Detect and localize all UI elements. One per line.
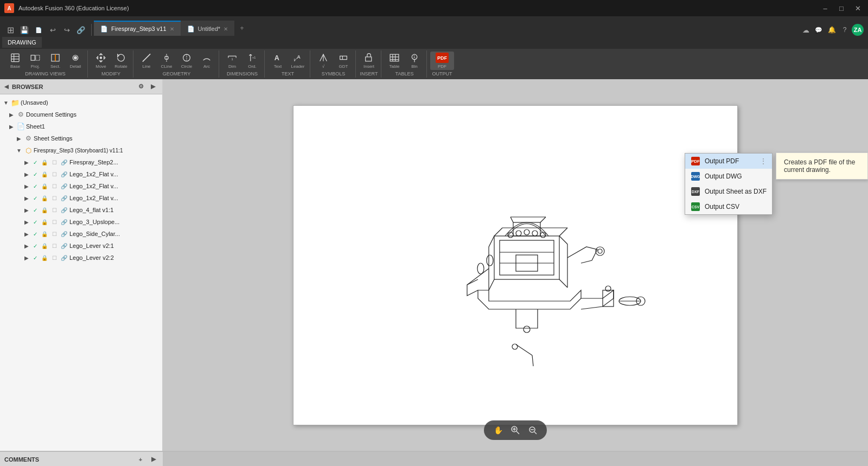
help-button[interactable]: ? xyxy=(839,24,851,36)
tree-item-sheet-settings[interactable]: ▶ ⚙ Sheet Settings xyxy=(0,132,162,144)
center-line-button[interactable]: CLine xyxy=(157,52,176,70)
checkbox-firespray-step2[interactable]: ✓ xyxy=(31,159,39,165)
expand-firespray[interactable]: ▼ xyxy=(15,146,23,154)
app-icon: A xyxy=(4,3,14,13)
redo-button[interactable]: ↪ xyxy=(61,24,73,36)
checkbox-lego-flat2[interactable]: ✓ xyxy=(31,183,39,189)
apps-button[interactable]: ⊞ xyxy=(4,24,16,36)
tab-untitled-close[interactable]: ✕ xyxy=(224,26,228,32)
checkbox-lego-flat3[interactable]: ✓ xyxy=(31,195,39,201)
tree-item-firespray-step2[interactable]: ▶ ✓ 🔒 ☐ 🔗 Firespray_Step2... xyxy=(0,156,162,168)
output-pdf-more[interactable]: ⋮ xyxy=(760,157,767,165)
tree-item-lego-lever1[interactable]: ▶ ✓ 🔒 ☐ 🔗 Lego_Lever v2:1 xyxy=(0,240,162,252)
checkbox-lego-3upslope[interactable]: ✓ xyxy=(31,219,39,225)
maximize-button[interactable]: □ xyxy=(835,2,847,14)
tree-item-lego-flat2[interactable]: ▶ ✓ 🔒 ☐ 🔗 Lego_1x2_Flat v... xyxy=(0,180,162,192)
checkbox-lego-flat1[interactable]: ✓ xyxy=(31,171,39,177)
expand-sheet-settings[interactable]: ▶ xyxy=(15,135,23,142)
close-button[interactable]: ✕ xyxy=(852,2,864,14)
gdt-button[interactable]: GDT xyxy=(334,52,353,70)
new-tab-button[interactable]: + xyxy=(234,21,250,36)
share-button[interactable]: 🔗 xyxy=(75,24,87,36)
pan-tool-button[interactable]: ✋ xyxy=(490,423,506,438)
expand-lego-sidecylar[interactable]: ▶ xyxy=(23,230,30,238)
tree-item-lego-sidecylar[interactable]: ▶ ✓ 🔒 ☐ 🔗 Lego_Side_Cylar... xyxy=(0,228,162,240)
detail-view-button[interactable]: Detail xyxy=(66,52,85,70)
user-button[interactable]: ZA xyxy=(852,24,864,36)
tab-untitled[interactable]: 📄 Untitled* ✕ xyxy=(181,21,235,36)
comments-expand-button[interactable]: ▶ xyxy=(149,455,158,464)
tab-drawing[interactable]: 📄 Firespray_Step3 v11 ✕ xyxy=(94,21,181,36)
tree-item-lego-4flat[interactable]: ▶ ✓ 🔒 ☐ 🔗 Lego_4_flat v1:1 xyxy=(0,204,162,216)
tooltip-text: Creates a PDF file of the current drawin… xyxy=(784,158,855,174)
expand-lego-lever1[interactable]: ▶ xyxy=(23,242,30,250)
expand-lego-lever2[interactable]: ▶ xyxy=(23,254,30,261)
projected-view-button[interactable]: Proj. xyxy=(25,52,45,70)
insert-button[interactable]: Insert xyxy=(359,52,379,70)
checkbox-lego-sidecylar[interactable]: ✓ xyxy=(31,231,39,237)
sheet-icon-sheet1: 📄 xyxy=(16,122,25,131)
tree-item-lego-3upslope[interactable]: ▶ ✓ 🔒 ☐ 🔗 Lego_3_Upslope... xyxy=(0,216,162,228)
tree-item-lego-lever2[interactable]: ▶ ✓ 🔒 ☐ 🔗 Lego_Lever v2:2 xyxy=(0,252,162,264)
tab-drawing-close[interactable]: ✕ xyxy=(170,26,174,32)
table-button[interactable]: Table xyxy=(385,52,404,70)
tree-label-lego-3upslope: Lego_3_Upslope... xyxy=(69,219,160,225)
base-view-button[interactable]: Base xyxy=(5,52,25,70)
output-dxf-item[interactable]: DXF Output Sheet as DXF xyxy=(685,184,772,199)
arc-button[interactable]: Arc xyxy=(197,52,216,70)
expand-unsaved[interactable]: ▼ xyxy=(2,99,10,106)
expand-lego-flat1[interactable]: ▶ xyxy=(23,170,30,178)
balloon-button[interactable]: 1 Bln xyxy=(405,52,424,70)
expand-lego-3upslope[interactable]: ▶ xyxy=(23,218,30,226)
checkbox-lego-lever1[interactable]: ✓ xyxy=(31,243,39,249)
save-copy-button[interactable]: 📄 xyxy=(33,24,44,36)
expand-doc-settings[interactable]: ▶ xyxy=(8,111,15,118)
help-job-button[interactable]: 💬 xyxy=(813,24,825,36)
expand-lego-flat2[interactable]: ▶ xyxy=(23,182,30,190)
ordinate-button[interactable]: +1 Ord. xyxy=(242,52,262,70)
move-button[interactable]: Move xyxy=(91,52,111,70)
tree-item-sheet1[interactable]: ▶ 📄 Sheet1 xyxy=(0,120,162,132)
zoom-fit-button[interactable] xyxy=(508,423,523,438)
output-pdf-item[interactable]: PDF Output PDF ⋮ xyxy=(685,154,772,169)
circle-button[interactable]: Circle xyxy=(177,52,196,70)
browser-expand-icon[interactable]: ▶ xyxy=(148,82,158,92)
canvas-area[interactable]: ✋ PDF xyxy=(163,79,868,451)
svg-point-48 xyxy=(532,231,538,236)
rotate-button[interactable]: Rotate xyxy=(111,52,131,70)
svg-rect-5 xyxy=(36,55,40,61)
expand-sheet1[interactable]: ▶ xyxy=(8,123,15,130)
checkbox-lego-lever2[interactable]: ✓ xyxy=(31,255,39,261)
svg-text:A: A xyxy=(275,54,279,62)
dimension-button[interactable]: 1 Dim xyxy=(222,52,242,70)
line-button[interactable]: Line xyxy=(137,52,156,70)
svg-rect-26 xyxy=(340,56,347,59)
save-button[interactable]: 💾 xyxy=(18,24,30,36)
tree-item-firespray[interactable]: ▼ ⬡ Firespray_Step3 (Storyboard1) v11:1 xyxy=(0,144,162,156)
checkbox-lego-4flat[interactable]: ✓ xyxy=(31,207,39,213)
undo-button[interactable]: ↩ xyxy=(47,24,59,36)
output-pdf-button[interactable]: PDF PDF xyxy=(430,52,454,70)
online-button[interactable]: ☁ xyxy=(800,24,812,36)
output-csv-item[interactable]: CSV Output CSV xyxy=(685,199,772,214)
svg-point-55 xyxy=(598,249,602,253)
minimize-button[interactable]: – xyxy=(819,2,831,14)
section-view-button[interactable]: Sect. xyxy=(46,52,65,70)
expand-lego-flat3[interactable]: ▶ xyxy=(23,194,30,202)
comments-add-button[interactable]: + xyxy=(136,455,145,464)
tree-item-doc-settings[interactable]: ▶ ⚙ Document Settings xyxy=(0,108,162,120)
browser-collapse-arrow[interactable]: ◀ xyxy=(4,84,9,90)
text-button[interactable]: A Text xyxy=(268,52,288,70)
surface-texture-button[interactable]: √ xyxy=(314,52,333,70)
expand-firespray-step2[interactable]: ▶ xyxy=(23,158,30,166)
notification-button[interactable]: 🔔 xyxy=(826,24,838,36)
tab-drawing-mode[interactable]: DRAWING xyxy=(2,37,42,48)
tree-item-lego-flat3[interactable]: ▶ ✓ 🔒 ☐ 🔗 Lego_1x2_Flat v... xyxy=(0,192,162,204)
zoom-extent-button[interactable] xyxy=(525,423,540,438)
expand-lego-4flat[interactable]: ▶ xyxy=(23,206,30,214)
browser-settings-icon[interactable]: ⚙ xyxy=(136,82,146,92)
tree-item-unsaved[interactable]: ▼ 📁 (Unsaved) xyxy=(0,97,162,108)
output-dwg-item[interactable]: DWG Output DWG xyxy=(685,169,772,184)
leader-text-button[interactable]: A Leader xyxy=(288,52,308,70)
tree-item-lego-flat1[interactable]: ▶ ✓ 🔒 ☐ 🔗 Lego_1x2_Flat v... xyxy=(0,168,162,180)
